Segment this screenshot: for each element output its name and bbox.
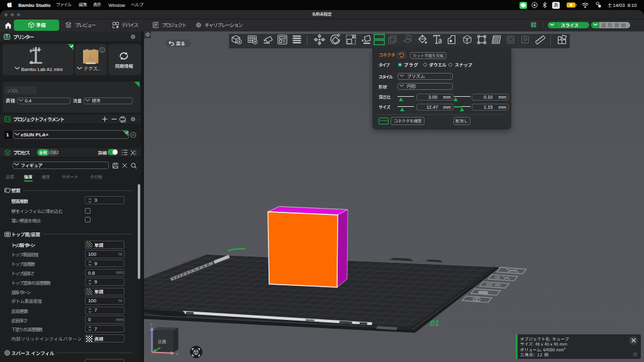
svg-text:z: z (150, 322, 152, 326)
svg-text:x: x (176, 352, 178, 356)
